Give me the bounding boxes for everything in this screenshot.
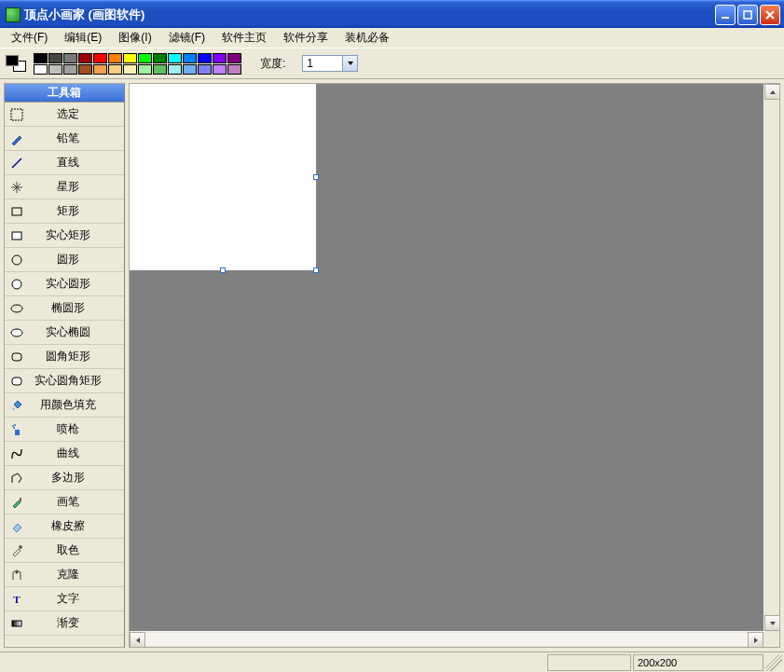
color-swatch[interactable] bbox=[108, 64, 122, 75]
color-swatch[interactable] bbox=[198, 53, 212, 63]
width-label: 宽度: bbox=[260, 56, 285, 72]
circle-icon bbox=[8, 252, 25, 268]
scroll-right-button[interactable] bbox=[748, 632, 763, 648]
canvas[interactable] bbox=[130, 84, 316, 270]
vertical-scrollbar[interactable] bbox=[763, 84, 779, 631]
tool-label: 实心椭圆 bbox=[31, 324, 124, 340]
tool-label: 用颜色填充 bbox=[31, 397, 124, 413]
svg-point-6 bbox=[12, 255, 21, 265]
canvas-handle-e[interactable] bbox=[313, 174, 319, 180]
menu-share[interactable]: 软件分享 bbox=[276, 28, 336, 48]
canvas-viewport[interactable] bbox=[130, 84, 779, 647]
tool-label: 曲线 bbox=[31, 446, 124, 461]
color-swatch[interactable] bbox=[213, 53, 227, 63]
color-swatch[interactable] bbox=[93, 64, 107, 75]
color-swatch[interactable] bbox=[183, 53, 197, 63]
menu-home[interactable]: 软件主页 bbox=[214, 28, 274, 48]
svg-point-7 bbox=[12, 280, 21, 289]
tool-item-brush[interactable]: 画笔 bbox=[5, 490, 124, 514]
tool-item-line[interactable]: 直线 bbox=[5, 151, 124, 175]
tool-item-fill[interactable]: 用颜色填充 bbox=[5, 393, 124, 418]
tool-label: 选定 bbox=[31, 106, 124, 122]
color-swatch[interactable] bbox=[63, 53, 77, 63]
color-swatch[interactable] bbox=[227, 53, 241, 63]
color-swatch[interactable] bbox=[183, 64, 197, 75]
menu-edit[interactable]: 编辑(E) bbox=[57, 28, 109, 48]
scroll-up-button[interactable] bbox=[764, 84, 780, 100]
close-button[interactable] bbox=[760, 5, 780, 25]
tool-item-filled-round-rect[interactable]: 实心圆角矩形 bbox=[5, 369, 124, 393]
h-scroll-track[interactable] bbox=[145, 632, 748, 647]
dropdown-arrow-icon bbox=[342, 56, 357, 71]
color-swatch[interactable] bbox=[78, 64, 92, 75]
menu-required[interactable]: 装机必备 bbox=[337, 28, 397, 48]
tool-label: 矩形 bbox=[31, 203, 124, 219]
tool-item-filled-rectangle[interactable]: 实心矩形 bbox=[5, 224, 124, 248]
menu-filter[interactable]: 滤镜(F) bbox=[161, 28, 213, 48]
color-swatch[interactable] bbox=[153, 53, 167, 63]
maximize-button[interactable] bbox=[737, 5, 758, 25]
color-swatch[interactable] bbox=[48, 53, 62, 63]
color-swatch[interactable] bbox=[227, 64, 241, 75]
tool-item-circle[interactable]: 圆形 bbox=[5, 248, 124, 272]
scroll-left-button[interactable] bbox=[130, 632, 145, 648]
color-swatch[interactable] bbox=[138, 53, 152, 63]
color-swatch[interactable] bbox=[93, 53, 107, 63]
color-swatch[interactable] bbox=[123, 64, 137, 75]
color-swatch[interactable] bbox=[138, 64, 152, 75]
canvas-handle-s[interactable] bbox=[220, 267, 226, 273]
color-swatch[interactable] bbox=[63, 64, 77, 75]
color-swatch[interactable] bbox=[108, 53, 122, 63]
tool-label: 圆角矩形 bbox=[31, 349, 124, 364]
window-resize-grip[interactable] bbox=[765, 654, 782, 671]
status-cell-coords bbox=[547, 654, 631, 671]
scroll-down-button[interactable] bbox=[764, 615, 780, 631]
window-title: 顶点小画家 (画图软件) bbox=[24, 7, 715, 23]
polygon-icon bbox=[8, 470, 25, 487]
tool-item-spray[interactable]: 喷枪 bbox=[5, 418, 124, 442]
svg-point-18 bbox=[16, 570, 19, 573]
tool-item-rectangle[interactable]: 矩形 bbox=[5, 199, 124, 224]
tool-item-picker[interactable]: 取色 bbox=[5, 539, 124, 563]
color-swatch[interactable] bbox=[153, 64, 167, 75]
tool-item-select[interactable]: 选定 bbox=[5, 103, 124, 127]
canvas-handle-se[interactable] bbox=[313, 267, 319, 273]
tool-item-round-rect[interactable]: 圆角矩形 bbox=[5, 345, 124, 369]
color-swatch[interactable] bbox=[123, 53, 137, 63]
svg-point-13 bbox=[12, 425, 14, 427]
fg-bg-swatch[interactable] bbox=[6, 55, 26, 72]
tool-item-filled-circle[interactable]: 实心圆形 bbox=[5, 272, 124, 296]
horizontal-scrollbar[interactable] bbox=[130, 631, 763, 647]
color-swatch[interactable] bbox=[213, 64, 227, 75]
statusbar: 200x200 bbox=[0, 651, 784, 672]
color-palette bbox=[34, 53, 241, 75]
text-icon: T bbox=[8, 591, 25, 608]
width-select[interactable]: 1 bbox=[302, 55, 358, 72]
tool-item-eraser[interactable]: 橡皮擦 bbox=[5, 514, 124, 539]
width-value: 1 bbox=[307, 57, 313, 70]
tool-item-ellipse[interactable]: 椭圆形 bbox=[5, 296, 124, 321]
color-swatch[interactable] bbox=[48, 64, 62, 75]
tool-label: 实心圆角矩形 bbox=[31, 373, 124, 389]
minimize-button[interactable] bbox=[715, 5, 736, 25]
tool-item-text[interactable]: T文字 bbox=[5, 587, 124, 611]
tool-label: 直线 bbox=[31, 155, 124, 171]
color-swatch[interactable] bbox=[168, 53, 182, 63]
tool-item-star[interactable]: 星形 bbox=[5, 175, 124, 199]
tool-label: 渐变 bbox=[31, 615, 124, 631]
tool-item-gradient[interactable]: 渐变 bbox=[5, 611, 124, 636]
color-swatch[interactable] bbox=[34, 64, 48, 75]
tool-item-filled-ellipse[interactable]: 实心椭圆 bbox=[5, 321, 124, 345]
color-swatch[interactable] bbox=[198, 64, 212, 75]
color-swatch[interactable] bbox=[78, 53, 92, 63]
tool-item-curve[interactable]: 曲线 bbox=[5, 442, 124, 466]
menu-image[interactable]: 图像(I) bbox=[111, 28, 158, 48]
svg-rect-11 bbox=[12, 377, 21, 385]
menu-file[interactable]: 文件(F) bbox=[4, 28, 55, 48]
tool-item-clone[interactable]: 克隆 bbox=[5, 563, 124, 587]
tool-item-pencil[interactable]: 铅笔 bbox=[5, 127, 124, 151]
tool-item-polygon[interactable]: 多边形 bbox=[5, 466, 124, 490]
clone-icon bbox=[8, 567, 25, 583]
color-swatch[interactable] bbox=[34, 53, 48, 63]
color-swatch[interactable] bbox=[168, 64, 182, 75]
